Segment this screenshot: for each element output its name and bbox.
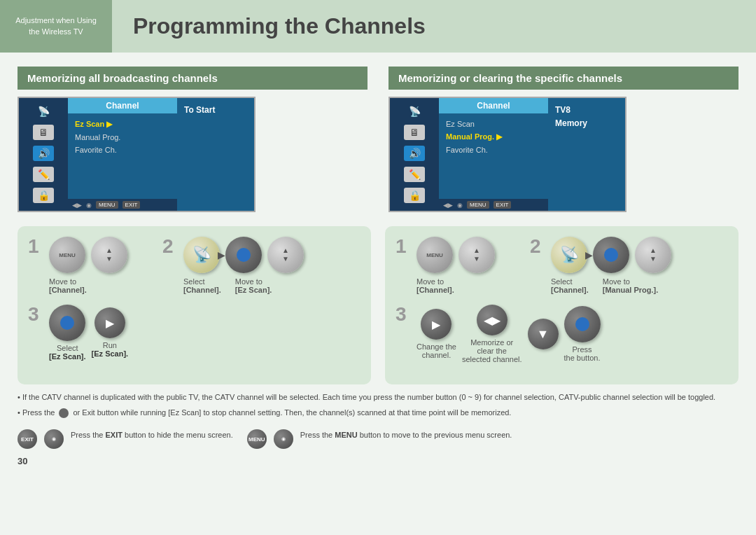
right-down-arrow-btn[interactable]: ▼ [528,319,559,349]
left-run-btn[interactable]: ▶ [94,307,125,338]
tv-menu-footer2: ◀▶ ◉ MENU EXIT [439,199,548,211]
page-number: 30 [18,456,738,466]
exit-button-circle[interactable]: ◉ [44,429,64,449]
left-step2-num: 2 [162,237,176,256]
down-arrow: ▼ [106,256,113,263]
right-select-btn-wrap [593,237,629,273]
menu-circle: MENU [247,429,267,449]
left-select-circle[interactable] [225,237,262,273]
right-satellite-btn[interactable]: 📡 [551,237,587,273]
menu-btn-inner: ◉ [281,436,286,442]
right-select3-inner [575,317,589,331]
right-down-arrow: ▼ [473,256,480,263]
left-step3-buttons: Select [Ez Scan]. ▶ Run [Ez Scan]. [49,305,128,361]
tv-antenna-icon: 📡 [33,104,54,119]
right-steps-block: 1 MENU ▲ ▼ [385,226,738,384]
right-step3-press-label: Press the button. [564,345,601,362]
tv-memory-label: Memory [555,118,618,128]
tv-channel-bar: Channel [68,98,177,113]
left-nav-circle2[interactable]: ▲ ▼ [267,237,304,273]
menu-label: MENU [248,436,265,443]
right-column: Memorizing or clearing the specific chan… [388,67,738,212]
right-select-circle[interactable] [593,237,629,273]
left-step1-buttons: MENU ▲ ▼ Mov [49,237,127,294]
left-nav-btn-wrap: ▲ ▼ [91,237,127,273]
left-column: Memorizing all broadcasting channels 📡 🖥… [18,67,368,212]
tv-footer-menu-btn: MENU [96,201,118,209]
left-step2-buttons: 📡 ▶ ▲ ▼ [183,237,304,294]
left-step3-num: 3 [28,305,42,324]
right-select-inner [604,248,618,262]
right-nav2-btn-wrap: ▲ ▼ [635,237,671,273]
tv-menu-right2: Channel Ez Scan Manual Prog. ▶ Favorite … [439,98,548,211]
right-step3-label1: Change the channel. [416,342,456,359]
right-step1-num: 1 [396,237,410,256]
tv-menu-items: Ez Scan ▶ Manual Prog. Favorite Ch. [68,113,177,199]
tv-left-icons: 📡 🖥 🔊 ✏️ 🔒 [19,98,68,211]
left-step1-btn-row: MENU ▲ ▼ [49,237,127,273]
left-menu-btn[interactable]: MENU [49,237,85,273]
right-nav-arrows2: ▲ ▼ [650,247,657,263]
tv-lock-icon: 🔒 [33,188,54,203]
left-steps-block: 1 MENU ▲ ▼ [18,226,371,384]
tv-right-icons: 📡 🖥 🔊 ✏️ 🔒 [390,98,439,211]
tv-footer-menu-btn2: MENU [467,201,489,209]
tv-lock-icon2: 🔒 [404,188,425,203]
menu-button-circle[interactable]: ◉ [274,429,293,449]
right-tv-menu: 📡 🖥 🔊 ✏️ 🔒 Channel Ez Scan [388,97,626,212]
left-step2-btn-row: 📡 ▶ ▲ ▼ [183,237,304,273]
right-nav-circle[interactable]: ▲ ▼ [458,237,495,273]
left-nav-arrows: ▲ ▼ [106,247,113,263]
header-sidebar-text: Adjustment when Using the Wireless TV [15,15,97,37]
tv-menu-ezscan2: Ez Scan [446,118,541,130]
exit-item: EXIT ◉ Press the EXIT button to hide the… [18,429,233,449]
footer-note1: • If the CATV channel is duplicated with… [18,391,738,404]
tv-settings-icon2: ✏️ [404,167,425,182]
right-step2-btn-row: 📡 ▶ ▲ ▼ [551,237,671,273]
select-inner [237,248,251,262]
left-step3-run-label: Run [Ez Scan]. [92,341,129,358]
tv-tv8-label: TV8 [555,105,618,115]
right-step3-btn-row: ▶ Change the channel. ◀▶ Memorize or cle… [416,305,601,363]
tv-menu-manualprog2: Manual Prog. ▶ [446,130,541,144]
right-up-arrow2: ▲ [650,247,657,254]
left-select3-circle[interactable] [49,305,85,341]
left-satellite-btn[interactable]: 📡 [183,237,220,273]
page-title: Programming the Channels [112,0,756,53]
right-step1-2-row: 1 MENU ▲ ▼ [396,237,728,294]
left-step3-select-label: Select [Ez Scan]. [49,344,86,361]
exit-text: Press the EXIT button to hide the menu s… [71,429,233,441]
left-step2-desc: Select[Channel]. Move to[Ez Scan]. [183,277,304,294]
tv-menu-footer: ◀▶ ◉ MENU EXIT [68,199,177,211]
up-arrow2: ▲ [282,247,289,254]
exit-btn-inner: ◉ [52,436,56,442]
tv-settings-icon: ✏️ [33,167,54,182]
main-content: Memorizing all broadcasting channels 📡 🖥… [0,53,756,480]
right-right-arrow-btn[interactable]: ▶ [421,309,451,340]
left-nav-circle[interactable]: ▲ ▼ [91,237,127,273]
right-lr-arrow-btn[interactable]: ◀▶ [477,305,507,335]
left-nav-arrows2: ▲ ▼ [282,247,289,263]
left-step1-desc: Move to [Channel]. [49,277,127,294]
right-nav-arrows: ▲ ▼ [473,247,480,263]
tv-monitor-icon: 🖥 [33,125,54,140]
tv-sound-icon2: 🔊 [404,146,425,161]
right-step3-row: 3 ▶ Change the channel. ◀▶ [396,305,728,363]
tv-right-sub-panel: TV8 Memory [548,98,625,211]
right-step2-desc: Select[Channel]. Move to[Manual Prog.]. [551,277,671,294]
footer-notes: • If the CATV channel is duplicated with… [18,391,738,419]
tv-menu-favoritech: Favorite Ch. [75,144,170,156]
tv-footer-exit-btn2: EXIT [493,201,512,209]
left-select-btn-wrap [225,237,262,273]
satellite-arrow-icon: ▶ [218,249,225,260]
right-select3-circle[interactable] [564,306,601,342]
tv-tostart-label: To Start [184,105,247,115]
right-nav-circle2[interactable]: ▲ ▼ [635,237,671,273]
right-menu-btn[interactable]: MENU [416,237,453,273]
left-step3-btn-row: Select [Ez Scan]. ▶ Run [Ez Scan]. [49,305,128,361]
right-satellite-wrap: 📡 ▶ [551,237,587,273]
tv-left-sub-panel: To Start [177,98,254,211]
tv-menu-ezscan: Ez Scan ▶ [75,118,170,131]
left-tv-menu: 📡 🖥 🔊 ✏️ 🔒 Channel Ez Scan ▶ [18,97,255,212]
right-satellite-arrow-icon: ▶ [585,249,593,260]
